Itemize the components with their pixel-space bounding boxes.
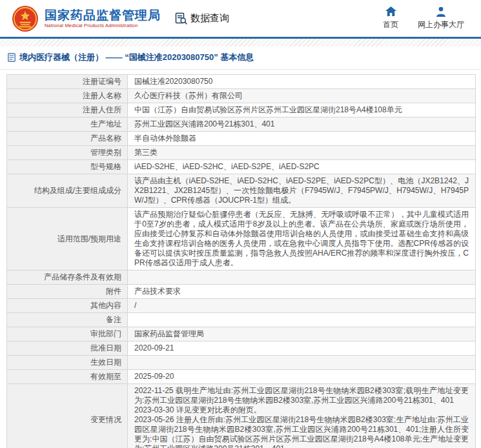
row-value: 2020-09-21 — [128, 341, 476, 356]
table-row: 注册证编号国械注准20203080750 — [7, 75, 476, 89]
row-value: 该产品预期治疗疑似心脏骤停患者（无反应、无脉搏、无呼吸或呼吸不正常），其中儿童模… — [128, 208, 476, 270]
table-row: 结构及组成/主要组成成分该产品由主机（iAED-S2HE、iAED-S2HC、i… — [7, 174, 476, 208]
row-label: 有效期至 — [7, 370, 128, 384]
row-label: 备注 — [7, 313, 128, 327]
row-value: 中国（江苏）自由贸易试验区苏州片区苏州工业园区星湖街218号A4楼108单元 — [128, 103, 476, 117]
breadcrumb: 境内医疗器械（注册） —— “国械注准20203080750” 基本信息 — [0, 46, 481, 70]
data-query-button[interactable]: 数据查询 — [175, 12, 229, 25]
table-row: 备注 — [7, 313, 476, 327]
table-row: 审批部门国家药品监督管理局 — [7, 327, 476, 341]
row-value: / — [128, 299, 476, 313]
row-label: 注册人名称 — [7, 89, 128, 103]
nav-label-service-hall: 网上办事大厅 — [418, 19, 464, 30]
table-row: 适用范围/预期用途该产品预期治疗疑似心脏骤停患者（无反应、无脉搏、无呼吸或呼吸不… — [7, 208, 476, 270]
table-row: 产品储存条件及有效期 — [7, 270, 476, 285]
table-row: 注册人住所中国（江苏）自由贸易试验区苏州片区苏州工业园区星湖街218号A4楼10… — [7, 103, 476, 117]
site-header: 国家药品监督管理局 National Medical Products Admi… — [0, 0, 481, 37]
row-label: 批准日期 — [7, 341, 128, 356]
row-value: 产品技术要求 — [128, 285, 476, 299]
page-title: 境内医疗器械（注册） —— “国械注准20203080750” 基本信息 — [19, 52, 254, 63]
document-icon — [8, 53, 15, 62]
home-icon — [385, 6, 396, 17]
row-value: 第三类 — [128, 146, 476, 160]
row-label: 产品名称 — [7, 132, 128, 146]
person-icon — [436, 6, 446, 17]
data-query-label: 数据查询 — [190, 12, 229, 25]
row-value: 国家药品监督管理局 — [128, 327, 476, 341]
row-value: 2022-11-25 载明生产地址由:苏州工业园区星湖街218号生物纳米园B2楼… — [128, 384, 476, 448]
nav-item-home[interactable]: 首页 — [383, 6, 398, 30]
row-value — [128, 313, 476, 327]
row-value: 久心医疗科技（苏州）有限公司 — [128, 89, 476, 103]
site-title: 国家药品监督管理局 — [45, 8, 161, 22]
table-row: 生效日期 — [7, 356, 476, 370]
row-value: iAED-S2HE、iAED-S2HC、iAED-S2PE、iAED-S2PC — [128, 160, 476, 174]
table-row: 其他内容/ — [7, 299, 476, 313]
nav-label-home: 首页 — [383, 19, 398, 30]
row-value — [128, 270, 476, 285]
table-row: 批准日期2020-09-21 — [7, 341, 476, 356]
table-row: 有效期至2025-09-20 — [7, 370, 476, 384]
table-row: 型号规格iAED-S2HE、iAED-S2HC、iAED-S2PE、iAED-S… — [7, 160, 476, 174]
info-table-body: 注册证编号国械注准20203080750注册人名称久心医疗科技（苏州）有限公司注… — [7, 75, 476, 448]
national-emblem-icon — [12, 5, 39, 32]
table-row: 变更情况2022-11-25 载明生产地址由:苏州工业园区星湖街218号生物纳米… — [7, 384, 476, 448]
row-label: 附件 — [7, 285, 128, 299]
row-value: 国械注准20203080750 — [128, 75, 476, 89]
row-label: 适用范围/预期用途 — [7, 208, 128, 270]
row-label: 审批部门 — [7, 327, 128, 341]
row-label: 其他内容 — [7, 299, 128, 313]
site-subtitle: National Medical Products Administration — [45, 23, 161, 29]
table-row: 附件产品技术要求 — [7, 285, 476, 299]
doc-search-icon — [175, 12, 187, 25]
row-label: 管理类别 — [7, 146, 128, 160]
row-value: 该产品由主机（iAED-S2HE、iAED-S2HC、iAED-S2PE、iAE… — [128, 174, 476, 208]
row-value: 2025-09-20 — [128, 370, 476, 384]
hatch-strip — [0, 39, 481, 46]
table-row: 产品名称半自动体外除颤器 — [7, 132, 476, 146]
row-label: 生产地址 — [7, 117, 128, 132]
row-label: 产品储存条件及有效期 — [7, 270, 128, 285]
row-value: 苏州工业园区兴浦路200号21栋301、401 — [128, 117, 476, 132]
row-label: 生效日期 — [7, 356, 128, 370]
row-value: 半自动体外除颤器 — [128, 132, 476, 146]
table-row: 生产地址苏州工业园区兴浦路200号21栋301、401 — [7, 117, 476, 132]
table-row: 管理类别第三类 — [7, 146, 476, 160]
row-label: 型号规格 — [7, 160, 128, 174]
row-label: 结构及组成/主要组成成分 — [7, 174, 128, 208]
registration-info-table: 注册证编号国械注准20203080750注册人名称久心医疗科技（苏州）有限公司注… — [6, 74, 476, 448]
table-row: 注册人名称久心医疗科技（苏州）有限公司 — [7, 89, 476, 103]
top-nav: 首页 网上办事大厅 — [383, 6, 464, 30]
row-label: 注册证编号 — [7, 75, 128, 89]
row-value — [128, 356, 476, 370]
brand-text: 国家药品监督管理局 National Medical Products Admi… — [45, 8, 161, 29]
nav-item-service-hall[interactable]: 网上办事大厅 — [418, 6, 464, 30]
row-label: 变更情况 — [7, 384, 128, 448]
site-brand: 国家药品监督管理局 National Medical Products Admi… — [12, 5, 161, 32]
row-label: 注册人住所 — [7, 103, 128, 117]
